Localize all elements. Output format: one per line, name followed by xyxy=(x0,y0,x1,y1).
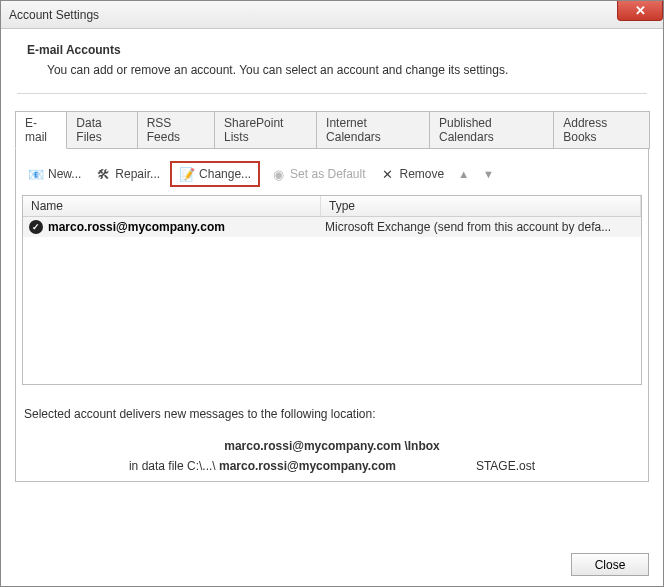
tab-address-books[interactable]: Address Books xyxy=(553,111,650,149)
account-name: marco.rossi@mycompany.com xyxy=(48,220,225,234)
delivery-intro: Selected account delivers new messages t… xyxy=(24,407,640,421)
tab-sharepoint-lists[interactable]: SharePoint Lists xyxy=(214,111,317,149)
footer: Close xyxy=(571,553,649,576)
arrow-up-icon: ▲ xyxy=(458,168,469,180)
titlebar: Account Settings ✕ xyxy=(1,1,663,29)
content-area: E-mail Accounts You can add or remove an… xyxy=(1,29,663,492)
set-default-label: Set as Default xyxy=(290,167,365,181)
close-button[interactable]: Close xyxy=(571,553,649,576)
change-button-label: Change... xyxy=(199,167,251,181)
change-button-highlight: 📝 Change... xyxy=(170,161,260,187)
change-button[interactable]: 📝 Change... xyxy=(175,164,255,184)
repair-icon: 🛠 xyxy=(95,166,111,182)
remove-button-label: Remove xyxy=(399,167,444,181)
default-account-icon: ✓ xyxy=(29,220,43,234)
tab-rss-feeds[interactable]: RSS Feeds xyxy=(137,111,215,149)
change-icon: 📝 xyxy=(179,166,195,182)
page-heading: E-mail Accounts xyxy=(27,43,649,57)
delivery-file-suffix: STAGE.ost xyxy=(476,459,535,473)
account-name-cell: ✓ marco.rossi@mycompany.com xyxy=(29,220,325,234)
account-list: Name Type ✓ marco.rossi@mycompany.com Mi… xyxy=(22,195,642,385)
tab-internet-calendars[interactable]: Internet Calendars xyxy=(316,111,430,149)
repair-button-label: Repair... xyxy=(115,167,160,181)
new-button-label: New... xyxy=(48,167,81,181)
window-title: Account Settings xyxy=(9,8,99,22)
account-settings-window: Account Settings ✕ E-mail Accounts You c… xyxy=(0,0,664,587)
arrow-down-icon: ▼ xyxy=(483,168,494,180)
list-header: Name Type xyxy=(23,196,641,217)
close-icon: ✕ xyxy=(635,3,646,18)
tab-panel-email: 📧 New... 🛠 Repair... 📝 Change... xyxy=(15,148,649,482)
tab-published-calendars[interactable]: Published Calendars xyxy=(429,111,554,149)
tab-data-files[interactable]: Data Files xyxy=(66,111,137,149)
new-button[interactable]: 📧 New... xyxy=(24,164,85,184)
delivery-file: in data file C:\...\ marco.rossi@mycompa… xyxy=(24,459,640,473)
toolbar: 📧 New... 🛠 Repair... 📝 Change... xyxy=(22,159,642,195)
column-name[interactable]: Name xyxy=(23,196,321,216)
page-subheading: You can add or remove an account. You ca… xyxy=(47,63,649,77)
remove-icon: ✕ xyxy=(379,166,395,182)
delivery-file-prefix: in data file C:\...\ xyxy=(129,459,219,473)
delivery-file-name: marco.rossi@mycompany.com xyxy=(219,459,396,473)
account-row[interactable]: ✓ marco.rossi@mycompany.com Microsoft Ex… xyxy=(23,217,641,237)
new-mail-icon: 📧 xyxy=(28,166,44,182)
delivery-file-path: in data file C:\...\ marco.rossi@mycompa… xyxy=(129,459,396,473)
column-type[interactable]: Type xyxy=(321,196,641,216)
delivery-target: marco.rossi@mycompany.com \Inbox xyxy=(24,439,640,453)
account-type: Microsoft Exchange (send from this accou… xyxy=(325,220,635,234)
set-default-button: ◉ Set as Default xyxy=(266,164,369,184)
divider xyxy=(17,93,647,94)
delivery-info: Selected account delivers new messages t… xyxy=(22,407,642,473)
window-close-button[interactable]: ✕ xyxy=(617,1,663,21)
remove-button[interactable]: ✕ Remove xyxy=(375,164,448,184)
default-check-icon: ◉ xyxy=(270,166,286,182)
move-down-button: ▼ xyxy=(479,166,498,182)
tab-strip: E-mail Data Files RSS Feeds SharePoint L… xyxy=(15,110,649,148)
repair-button[interactable]: 🛠 Repair... xyxy=(91,164,164,184)
tab-email[interactable]: E-mail xyxy=(15,111,67,149)
move-up-button: ▲ xyxy=(454,166,473,182)
